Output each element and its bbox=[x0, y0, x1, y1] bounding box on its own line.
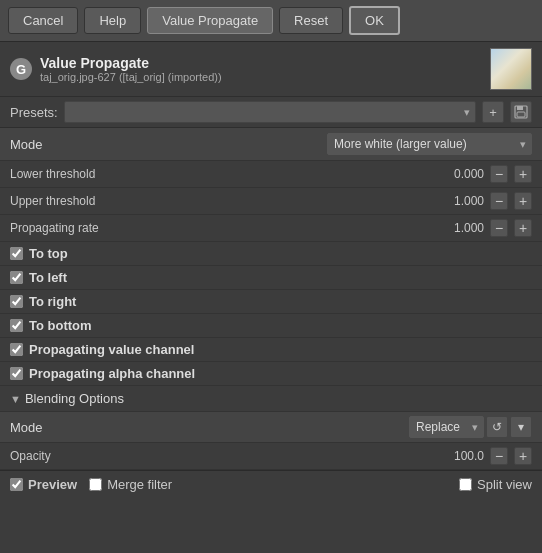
mode-select-wrap: More white (larger value) More black (sm… bbox=[327, 133, 532, 155]
blend-mode-select[interactable]: Replace Behind Multiply bbox=[409, 416, 484, 438]
upper-threshold-label: Upper threshold bbox=[10, 194, 438, 208]
blending-options-content: Mode Replace Behind Multiply ↺ ▾ Opacity… bbox=[0, 412, 542, 470]
to-bottom-label[interactable]: To bottom bbox=[29, 318, 92, 333]
propagating-alpha-channel-row: Propagating alpha channel bbox=[0, 362, 542, 386]
preview-checkbox[interactable] bbox=[10, 478, 23, 491]
preview-label[interactable]: Preview bbox=[28, 477, 77, 492]
propagating-rate-value: 1.000 bbox=[444, 221, 484, 235]
blend-extra-button[interactable]: ▾ bbox=[510, 416, 532, 438]
svg-rect-1 bbox=[517, 106, 523, 110]
opacity-value: 100.0 bbox=[444, 449, 484, 463]
propagating-rate-plus[interactable]: + bbox=[514, 219, 532, 237]
to-right-label[interactable]: To right bbox=[29, 294, 76, 309]
presets-select[interactable] bbox=[64, 101, 476, 123]
main-mode-row: Mode More white (larger value) More blac… bbox=[0, 128, 542, 161]
upper-threshold-row: Upper threshold 1.000 − + bbox=[0, 188, 542, 215]
presets-row: Presets: + bbox=[0, 97, 542, 128]
help-button[interactable]: Help bbox=[84, 7, 141, 34]
cancel-button[interactable]: Cancel bbox=[8, 7, 78, 34]
presets-label: Presets: bbox=[10, 105, 58, 120]
header-title: Value Propagate bbox=[40, 55, 482, 71]
split-view-label[interactable]: Split view bbox=[477, 477, 532, 492]
opacity-minus[interactable]: − bbox=[490, 447, 508, 465]
merge-filter-checkbox[interactable] bbox=[89, 478, 102, 491]
to-right-checkbox[interactable] bbox=[10, 295, 23, 308]
opacity-label: Opacity bbox=[10, 449, 438, 463]
to-bottom-row: To bottom bbox=[0, 314, 542, 338]
reset-button[interactable]: Reset bbox=[279, 7, 343, 34]
lower-threshold-plus[interactable]: + bbox=[514, 165, 532, 183]
propagating-value-channel-checkbox[interactable] bbox=[10, 343, 23, 356]
to-left-checkbox[interactable] bbox=[10, 271, 23, 284]
presets-select-wrap bbox=[64, 101, 476, 123]
to-top-label[interactable]: To top bbox=[29, 246, 68, 261]
lower-threshold-row: Lower threshold 0.000 − + bbox=[0, 161, 542, 188]
header-subtitle: taj_orig.jpg-627 ([taj_orig] (imported)) bbox=[40, 71, 482, 83]
blending-options-header[interactable]: ▼ Blending Options bbox=[0, 386, 542, 412]
blend-reset-button[interactable]: ↺ bbox=[486, 416, 508, 438]
propagating-rate-row: Propagating rate 1.000 − + bbox=[0, 215, 542, 242]
propagating-value-channel-label[interactable]: Propagating value channel bbox=[29, 342, 194, 357]
thumbnail-image bbox=[491, 49, 531, 89]
ok-button[interactable]: OK bbox=[349, 6, 400, 35]
svg-rect-2 bbox=[517, 112, 525, 117]
opacity-row: Opacity 100.0 − + bbox=[0, 443, 542, 470]
presets-save-button[interactable] bbox=[510, 101, 532, 123]
to-left-row: To left bbox=[0, 266, 542, 290]
opacity-plus[interactable]: + bbox=[514, 447, 532, 465]
footer-row: Preview Merge filter Split view bbox=[0, 470, 542, 498]
split-view-checkbox[interactable] bbox=[459, 478, 472, 491]
to-top-checkbox[interactable] bbox=[10, 247, 23, 260]
merge-filter-label[interactable]: Merge filter bbox=[107, 477, 172, 492]
upper-threshold-minus[interactable]: − bbox=[490, 192, 508, 210]
preview-wrap: Preview bbox=[10, 477, 77, 492]
header-text: Value Propagate taj_orig.jpg-627 ([taj_o… bbox=[40, 55, 482, 83]
propagating-rate-minus[interactable]: − bbox=[490, 219, 508, 237]
thumbnail bbox=[490, 48, 532, 90]
lower-threshold-minus[interactable]: − bbox=[490, 165, 508, 183]
propagating-value-channel-row: Propagating value channel bbox=[0, 338, 542, 362]
to-top-row: To top bbox=[0, 242, 542, 266]
upper-threshold-value: 1.000 bbox=[444, 194, 484, 208]
section-collapse-arrow: ▼ bbox=[10, 393, 21, 405]
lower-threshold-value: 0.000 bbox=[444, 167, 484, 181]
to-left-label[interactable]: To left bbox=[29, 270, 67, 285]
presets-add-button[interactable]: + bbox=[482, 101, 504, 123]
upper-threshold-plus[interactable]: + bbox=[514, 192, 532, 210]
blend-mode-row: Mode Replace Behind Multiply ↺ ▾ bbox=[0, 412, 542, 443]
propagating-alpha-channel-label[interactable]: Propagating alpha channel bbox=[29, 366, 195, 381]
g-icon: G bbox=[10, 58, 32, 80]
blend-select-wrap: Replace Behind Multiply bbox=[409, 416, 484, 438]
mode-select[interactable]: More white (larger value) More black (sm… bbox=[327, 133, 532, 155]
blend-mode-label: Mode bbox=[10, 420, 403, 435]
merge-filter-wrap: Merge filter bbox=[89, 477, 172, 492]
to-bottom-checkbox[interactable] bbox=[10, 319, 23, 332]
header-row: G Value Propagate taj_orig.jpg-627 ([taj… bbox=[0, 42, 542, 97]
blend-icons: Replace Behind Multiply ↺ ▾ bbox=[409, 416, 532, 438]
lower-threshold-label: Lower threshold bbox=[10, 167, 438, 181]
save-icon bbox=[514, 105, 528, 119]
blending-options-title: Blending Options bbox=[25, 391, 124, 406]
to-right-row: To right bbox=[0, 290, 542, 314]
propagating-rate-label: Propagating rate bbox=[10, 221, 438, 235]
toolbar: Cancel Help Value Propagate Reset OK bbox=[0, 0, 542, 42]
propagating-alpha-channel-checkbox[interactable] bbox=[10, 367, 23, 380]
mode-label: Mode bbox=[10, 137, 327, 152]
split-view-wrap: Split view bbox=[459, 477, 532, 492]
value-propagate-tab[interactable]: Value Propagate bbox=[147, 7, 273, 34]
